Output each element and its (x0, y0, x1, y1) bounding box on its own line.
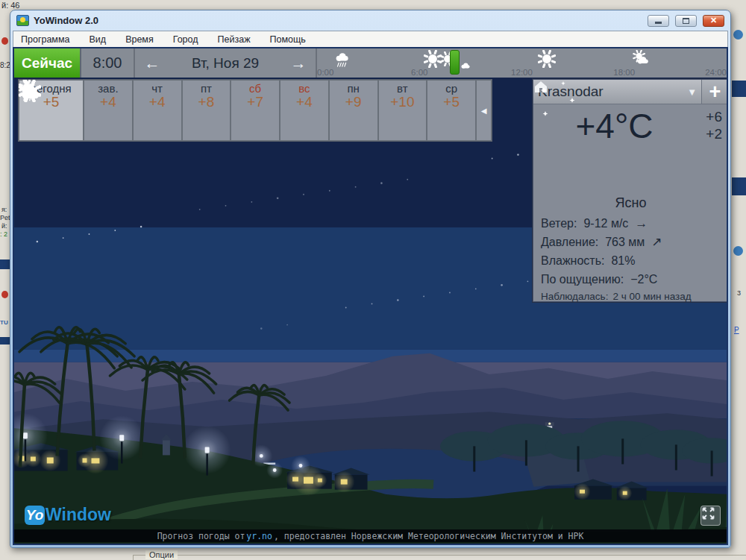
forecast-temp: +10 (390, 95, 414, 110)
prev-day-button[interactable]: ← (135, 48, 169, 78)
bg-fragment-text: й: 46 (1, 1, 20, 10)
detail-value: 763 мм (605, 236, 645, 249)
moon-icon (533, 80, 581, 125)
bg-blue-icon (733, 246, 743, 256)
timeline-tick: 0:00 (317, 68, 333, 77)
detail-row: Влажность: 81% (541, 251, 721, 270)
condition-text: Ясно (533, 195, 727, 211)
fullscreen-button[interactable] (700, 506, 721, 526)
detail-label: Влажность: (541, 254, 604, 268)
next-day-button[interactable]: → (281, 48, 316, 78)
weather-details: Ветер: 9-12 м/с → Давление: 763 мм ↗ Вла… (533, 211, 727, 303)
detail-row: Давление: 763 мм ↗ (541, 233, 721, 251)
menu-item-вид[interactable]: Вид (90, 34, 107, 45)
forecast-temp: +5 (43, 95, 60, 110)
minimize-icon (655, 22, 662, 24)
forecast-temp: +7 (247, 95, 263, 110)
current-time: 8:00 (81, 48, 134, 78)
timeline-weather-sun (538, 50, 556, 71)
bg-fragment-text: я: (1, 206, 7, 213)
detail-value: 81% (611, 254, 635, 268)
forecast-temp: +5 (443, 95, 460, 110)
forecast-day-label: чт (151, 82, 163, 95)
bg-fragment-text: TU (0, 319, 8, 326)
forecast-temp: +9 (345, 95, 362, 110)
forecast-collapse-button[interactable]: ◀ (477, 81, 491, 140)
bg-navy-bar (0, 259, 10, 269)
window-title: YoWindow 2.0 (34, 15, 642, 26)
detail-label: По ощущению: (541, 273, 624, 286)
forecast-day-2[interactable]: чт +4 (134, 81, 181, 140)
timeline-weather-sun-cloud (633, 50, 651, 71)
high-temp: +6 (706, 108, 722, 125)
bg-navy-bar (0, 337, 10, 345)
star-sparkle (541, 87, 547, 93)
time-toolbar: Сейчас 8:00 ← Вт, Ноя 29 → 0:006:0012:00… (14, 48, 727, 78)
forecast-day-6[interactable]: пн +9 (330, 81, 377, 140)
forecast-day-5[interactable]: вс +4 (280, 81, 328, 140)
timeline-weather-rain (333, 50, 351, 71)
rain-icon (333, 50, 351, 68)
menu-item-время[interactable]: Время (125, 34, 154, 45)
menu-item-пейзаж[interactable]: Пейзаж (218, 34, 251, 45)
marker-cloud-icon (460, 59, 471, 73)
low-temp: +2 (706, 125, 722, 142)
detail-value: −2°C (630, 273, 657, 286)
star-sparkle (570, 98, 575, 103)
forecast-day-8[interactable]: ср +5 (427, 81, 475, 140)
timeline-marker[interactable] (450, 50, 460, 75)
menu-bar: ПрограммаВидВремяГородПейзажПомощь (13, 31, 728, 47)
minimize-button[interactable] (648, 15, 669, 27)
trend-arrow-icon: → (635, 216, 648, 231)
weather-panel: Krasnodar ▼ + +4°C +6 +2 (533, 79, 727, 302)
forecast-day-label: вт (397, 82, 408, 95)
bg-fragment-link: P (734, 326, 739, 334)
bg-red-icon (1, 37, 8, 45)
star-sparkle (543, 111, 548, 116)
forecast-day-7[interactable]: вт +10 (379, 81, 427, 140)
menu-item-программа[interactable]: Программа (21, 34, 70, 45)
app-icon (16, 15, 29, 26)
forecast-day-label: пн (347, 82, 359, 95)
forecast-temp: +8 (198, 95, 215, 110)
forecast-day-4[interactable]: сб +7 (231, 81, 279, 140)
logo-window-text: Window (46, 505, 111, 525)
forecast-day-label: зав. (98, 82, 118, 95)
menu-item-помощь[interactable]: Помощь (270, 34, 306, 45)
yrno-link[interactable]: yr.no (246, 531, 272, 541)
sun-cloud-icon (633, 50, 651, 68)
timeline-weather-sun (424, 50, 442, 71)
bg-fragment-text: 3 (737, 289, 741, 297)
yowindow-window: YoWindow 2.0 ✕ ПрограммаВидВремяГородПей… (10, 10, 731, 548)
observed-row: Наблюдалась: 2 ч 00 мин назад (541, 289, 721, 303)
title-bar[interactable]: YoWindow 2.0 ✕ (13, 10, 728, 31)
condition-icon-block (533, 146, 727, 194)
bg-red-icon (1, 291, 8, 298)
close-button[interactable]: ✕ (703, 15, 724, 27)
now-button[interactable]: Сейчас (14, 48, 81, 78)
forecast-day-3[interactable]: пт +8 (183, 81, 231, 140)
chevron-down-icon: ▼ (687, 86, 697, 98)
detail-label: Ветер: (541, 217, 577, 230)
sun-icon (538, 50, 556, 68)
forecast-day-label: вс (298, 82, 310, 95)
bg-fragment-text: : 2 (0, 230, 7, 238)
bg-fragment-text: Pet (0, 214, 10, 221)
maximize-button[interactable] (675, 15, 697, 27)
maximize-icon (683, 18, 689, 24)
add-location-button[interactable]: + (701, 80, 727, 104)
forecast-day-label: пт (201, 82, 212, 95)
forecast-day-label: ср (445, 82, 457, 95)
timeline-tick: 24:00 (705, 68, 727, 77)
menu-item-город[interactable]: Город (173, 34, 198, 45)
attribution-bar: Прогноз погоды от yr.no , предоставлен Н… (14, 529, 727, 542)
trend-arrow-icon: ↗ (651, 234, 662, 250)
detail-row: По ощущению: −2°C (541, 270, 721, 289)
cloud-icon (460, 59, 471, 70)
detail-row: Ветер: 9-12 м/с → (541, 214, 721, 233)
bg-options-label: Опции (145, 550, 178, 559)
time-slider[interactable]: 0:006:0012:0018:0024:00 (317, 48, 727, 78)
forecast-day-1[interactable]: зав. +4 (84, 81, 132, 140)
forecast-temp: +4 (149, 95, 166, 110)
detail-label: Давление: (541, 236, 598, 249)
